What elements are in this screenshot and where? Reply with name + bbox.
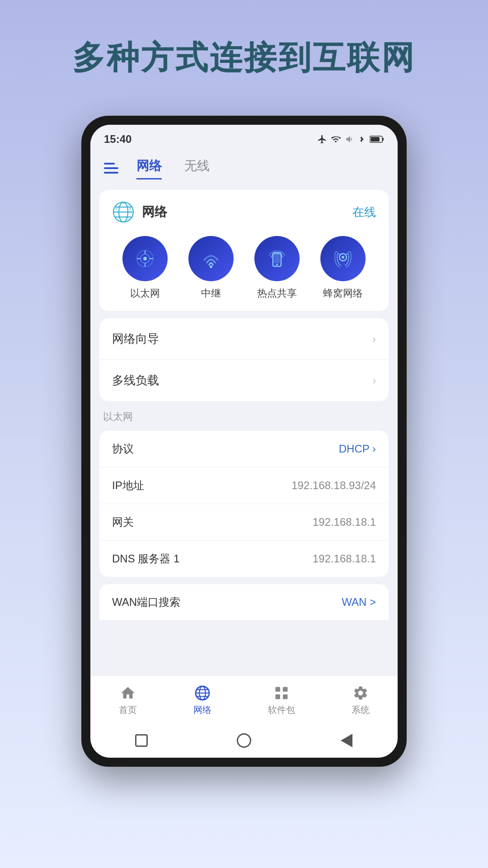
content-area: 网络 在线: [90, 183, 398, 675]
info-value-protocol: DHCP ›: [339, 443, 376, 455]
back-button[interactable]: [337, 731, 357, 750]
ethernet-label: 以太网: [130, 287, 160, 300]
home-icon: [120, 685, 136, 701]
info-row-protocol[interactable]: 协议 DHCP ›: [99, 431, 389, 467]
network-icons-row: 以太网 中继: [112, 236, 376, 300]
ethernet-circle: [122, 236, 168, 281]
nav-label-home: 首页: [119, 704, 137, 716]
svg-point-23: [342, 256, 344, 259]
relay-item[interactable]: 中继: [188, 236, 234, 300]
nav-item-network[interactable]: 网络: [193, 685, 211, 716]
phone-mockup: 15:40: [81, 116, 407, 767]
home-circle-icon: [237, 733, 251, 748]
svg-rect-2: [371, 137, 380, 142]
airplane-icon: [317, 134, 327, 144]
bluetooth-icon: [358, 134, 366, 144]
nav-tabs: 网络 无线: [136, 157, 210, 179]
relay-circle: [188, 236, 234, 281]
nav-label-apps: 软件包: [268, 704, 295, 716]
network-nav-icon: [194, 685, 211, 701]
partial-card[interactable]: WAN端口搜索 WAN >: [99, 584, 389, 620]
apps-icon: [273, 685, 290, 701]
sys-nav-bar: [90, 725, 398, 758]
info-value-dns: 192.168.18.1: [313, 552, 376, 565]
network-header: 网络 在线: [112, 201, 376, 223]
info-card: 协议 DHCP › IP地址 192.168.18.93/24 网关 192.1…: [99, 431, 389, 577]
status-icons: [317, 134, 384, 144]
network-title: 网络: [142, 203, 167, 221]
network-status: 在线: [352, 204, 376, 220]
phone-screen: 15:40: [90, 125, 398, 758]
svg-rect-31: [275, 694, 280, 699]
partial-row-wan: WAN端口搜索 WAN >: [99, 584, 389, 620]
svg-rect-29: [275, 687, 280, 692]
info-value-ip: 192.168.18.93/24: [291, 479, 376, 492]
nav-label-network: 网络: [193, 704, 211, 716]
page-headline: 多种方式连接到互联网: [54, 36, 434, 80]
info-label-ip: IP地址: [112, 478, 144, 493]
partial-label-wan: WAN端口搜索: [112, 595, 180, 609]
status-time: 15:40: [104, 133, 131, 146]
hotspot-item[interactable]: 热点共享: [254, 236, 300, 300]
ethernet-item[interactable]: 以太网: [122, 236, 168, 300]
info-label-gateway: 网关: [112, 515, 134, 529]
nav-item-system[interactable]: 系统: [352, 685, 370, 716]
bottom-nav: 首页 网络 软件包: [90, 675, 398, 725]
cellular-item[interactable]: 蜂窝网络: [320, 236, 366, 300]
nav-item-apps[interactable]: 软件包: [268, 685, 295, 716]
info-label-protocol: 协议: [112, 442, 134, 456]
hotspot-circle: [254, 236, 300, 281]
network-card: 网络 在线: [99, 190, 389, 311]
ethernet-icon: [134, 247, 156, 270]
svg-point-13: [143, 257, 147, 260]
recent-apps-button[interactable]: [131, 731, 151, 750]
info-label-dns: DNS 服务器 1: [112, 552, 179, 566]
nav-label-system: 系统: [352, 704, 370, 716]
status-bar: 15:40: [90, 125, 398, 150]
svg-point-10: [129, 208, 131, 210]
menu-label-wizard: 网络向导: [112, 331, 159, 347]
svg-rect-1: [382, 138, 384, 141]
svg-rect-30: [283, 687, 288, 692]
battery-icon: [370, 135, 384, 143]
chevron-icon-wizard: ›: [372, 333, 376, 345]
svg-rect-32: [283, 694, 288, 699]
tab-network[interactable]: 网络: [136, 157, 162, 179]
menu-card: 网络向导 › 多线负载 ›: [99, 318, 389, 401]
chevron-icon-multiline: ›: [372, 374, 376, 387]
back-arrow-icon: [341, 734, 352, 747]
volume-icon: [344, 134, 354, 144]
menu-row-wizard[interactable]: 网络向导 ›: [99, 318, 389, 360]
top-nav: 网络 无线: [90, 150, 398, 183]
info-value-gateway: 192.168.18.1: [313, 516, 376, 528]
cellular-circle: [320, 236, 366, 281]
menu-label-multiline: 多线负载: [112, 373, 159, 388]
relay-icon: [200, 247, 222, 270]
svg-rect-20: [274, 254, 280, 263]
menu-row-multiline[interactable]: 多线负载 ›: [99, 360, 389, 401]
svg-point-9: [122, 203, 124, 204]
partial-value-wan: WAN >: [342, 596, 376, 609]
hotspot-label: 热点共享: [257, 287, 297, 300]
settings-icon: [352, 685, 369, 701]
cellular-label: 蜂窝网络: [323, 287, 363, 300]
network-globe-icon: [112, 201, 135, 223]
home-button[interactable]: [234, 731, 254, 750]
info-row-ip: IP地址 192.168.18.93/24: [99, 467, 389, 504]
cellular-icon: [332, 247, 354, 270]
wifi-status-icon: [331, 134, 341, 144]
info-row-dns: DNS 服务器 1 192.168.18.1: [99, 541, 389, 577]
nav-item-home[interactable]: 首页: [119, 685, 137, 716]
relay-label: 中继: [201, 287, 221, 300]
hotspot-icon: [266, 247, 288, 270]
network-title-row: 网络: [112, 201, 167, 223]
hamburger-menu[interactable]: [104, 163, 118, 174]
section-label-ethernet: 以太网: [99, 408, 389, 424]
svg-point-21: [276, 264, 278, 265]
svg-point-18: [210, 265, 212, 268]
tab-wireless[interactable]: 无线: [184, 157, 210, 179]
info-row-gateway: 网关 192.168.18.1: [99, 504, 389, 541]
svg-point-8: [116, 208, 117, 210]
recent-apps-icon: [135, 734, 148, 747]
